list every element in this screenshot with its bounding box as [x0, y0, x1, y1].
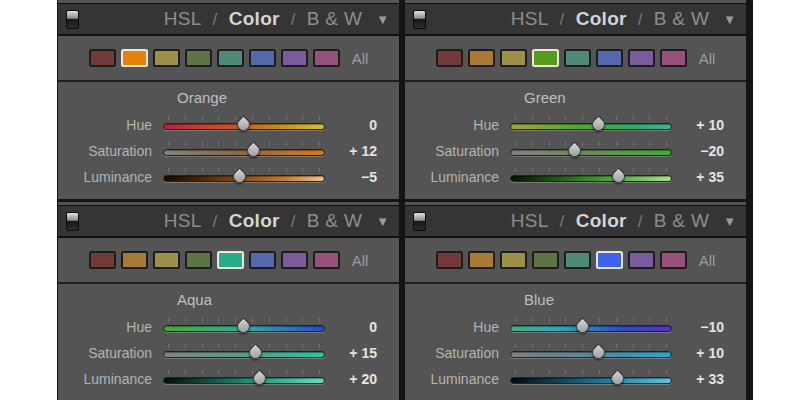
all-colors-button[interactable]: All: [352, 252, 369, 269]
swatch-yellow[interactable]: [500, 251, 527, 269]
swatch-row: All: [405, 238, 746, 284]
tick-marks: [515, 142, 667, 146]
saturation-value[interactable]: + 15: [325, 345, 377, 361]
swatch-aqua[interactable]: [564, 49, 591, 67]
swatch-aqua[interactable]: [217, 49, 244, 67]
collapse-triangle-icon[interactable]: ▼: [723, 214, 736, 229]
color-name-title: Aqua: [58, 291, 399, 314]
tab-hsl[interactable]: HSL: [164, 8, 202, 30]
collapse-triangle-icon[interactable]: ▼: [723, 12, 736, 27]
swatch-orange[interactable]: [121, 49, 148, 67]
swatch-purple[interactable]: [281, 251, 308, 269]
hue-slider[interactable]: [163, 114, 325, 136]
tab-color[interactable]: Color: [229, 210, 280, 232]
swatch-blue[interactable]: [596, 49, 623, 67]
swatch-strip: [436, 251, 687, 269]
luminance-label: Luminance: [58, 371, 163, 387]
tab-color[interactable]: Color: [576, 8, 627, 30]
swatch-yellow[interactable]: [153, 251, 180, 269]
swatch-orange[interactable]: [121, 251, 148, 269]
luminance-label: Luminance: [58, 169, 163, 185]
swatch-blue[interactable]: [249, 49, 276, 67]
hsl-color-panel-orange: HSL / Color / B & W ▼ All Orange Hue 0: [58, 0, 399, 198]
swatch-blue[interactable]: [596, 251, 623, 269]
tab-hsl[interactable]: HSL: [164, 210, 202, 232]
tab-hsl[interactable]: HSL: [511, 8, 549, 30]
swatch-yellow[interactable]: [153, 49, 180, 67]
panel-enable-switch-icon[interactable]: [413, 212, 426, 231]
swatch-green[interactable]: [532, 251, 559, 269]
saturation-value[interactable]: + 12: [325, 143, 377, 159]
collapse-triangle-icon[interactable]: ▼: [376, 12, 389, 27]
swatch-magenta[interactable]: [313, 49, 340, 67]
panel-enable-switch-icon[interactable]: [413, 10, 426, 29]
swatch-orange[interactable]: [468, 251, 495, 269]
swatch-aqua[interactable]: [217, 251, 244, 269]
saturation-slider-row: Saturation + 10: [405, 340, 746, 366]
tab-bw[interactable]: B & W: [307, 210, 362, 232]
hue-value[interactable]: −10: [672, 319, 724, 335]
tab-color[interactable]: Color: [229, 8, 280, 30]
panel-enable-switch-icon[interactable]: [66, 10, 79, 29]
swatch-magenta[interactable]: [313, 251, 340, 269]
luminance-value[interactable]: + 35: [672, 169, 724, 185]
swatch-red[interactable]: [89, 49, 116, 67]
saturation-value[interactable]: + 10: [672, 345, 724, 361]
swatch-green[interactable]: [185, 251, 212, 269]
luminance-value[interactable]: −5: [325, 169, 377, 185]
tab-bw[interactable]: B & W: [654, 8, 709, 30]
panel-enable-switch-icon[interactable]: [66, 212, 79, 231]
slider-track[interactable]: [510, 175, 672, 182]
slider-track[interactable]: [163, 377, 325, 384]
slider-track[interactable]: [163, 149, 325, 156]
luminance-slider[interactable]: [163, 166, 325, 188]
slider-track[interactable]: [163, 351, 325, 358]
tab-hsl[interactable]: HSL: [511, 210, 549, 232]
collapse-triangle-icon[interactable]: ▼: [376, 214, 389, 229]
hue-slider[interactable]: [510, 316, 672, 338]
luminance-slider[interactable]: [510, 368, 672, 390]
slider-track[interactable]: [510, 149, 672, 156]
hue-value[interactable]: + 10: [672, 117, 724, 133]
swatch-magenta[interactable]: [660, 251, 687, 269]
swatch-green[interactable]: [185, 49, 212, 67]
all-colors-button[interactable]: All: [352, 50, 369, 67]
saturation-slider[interactable]: [510, 342, 672, 364]
swatch-magenta[interactable]: [660, 49, 687, 67]
all-colors-button[interactable]: All: [699, 50, 716, 67]
slider-track[interactable]: [510, 325, 672, 332]
swatch-purple[interactable]: [628, 49, 655, 67]
swatch-red[interactable]: [89, 251, 116, 269]
tab-separator: /: [560, 10, 565, 30]
hue-label: Hue: [58, 319, 163, 335]
hue-slider[interactable]: [163, 316, 325, 338]
swatch-orange[interactable]: [468, 49, 495, 67]
all-colors-button[interactable]: All: [699, 252, 716, 269]
luminance-slider[interactable]: [163, 368, 325, 390]
swatch-aqua[interactable]: [564, 251, 591, 269]
saturation-value[interactable]: −20: [672, 143, 724, 159]
tab-separator: /: [213, 212, 218, 232]
luminance-slider[interactable]: [510, 166, 672, 188]
saturation-slider[interactable]: [163, 342, 325, 364]
saturation-slider[interactable]: [510, 140, 672, 162]
hue-value[interactable]: 0: [325, 117, 377, 133]
swatch-blue[interactable]: [249, 251, 276, 269]
tick-marks: [515, 116, 667, 120]
swatch-green[interactable]: [532, 49, 559, 67]
swatch-red[interactable]: [436, 251, 463, 269]
tab-bw[interactable]: B & W: [307, 8, 362, 30]
tab-separator: /: [291, 212, 296, 232]
luminance-value[interactable]: + 33: [672, 371, 724, 387]
swatch-red[interactable]: [436, 49, 463, 67]
hue-value[interactable]: 0: [325, 319, 377, 335]
hue-slider[interactable]: [510, 114, 672, 136]
swatch-purple[interactable]: [281, 49, 308, 67]
luminance-value[interactable]: + 20: [325, 371, 377, 387]
slider-track[interactable]: [510, 377, 672, 384]
swatch-yellow[interactable]: [500, 49, 527, 67]
tab-bw[interactable]: B & W: [654, 210, 709, 232]
swatch-purple[interactable]: [628, 251, 655, 269]
tab-color[interactable]: Color: [576, 210, 627, 232]
saturation-slider[interactable]: [163, 140, 325, 162]
